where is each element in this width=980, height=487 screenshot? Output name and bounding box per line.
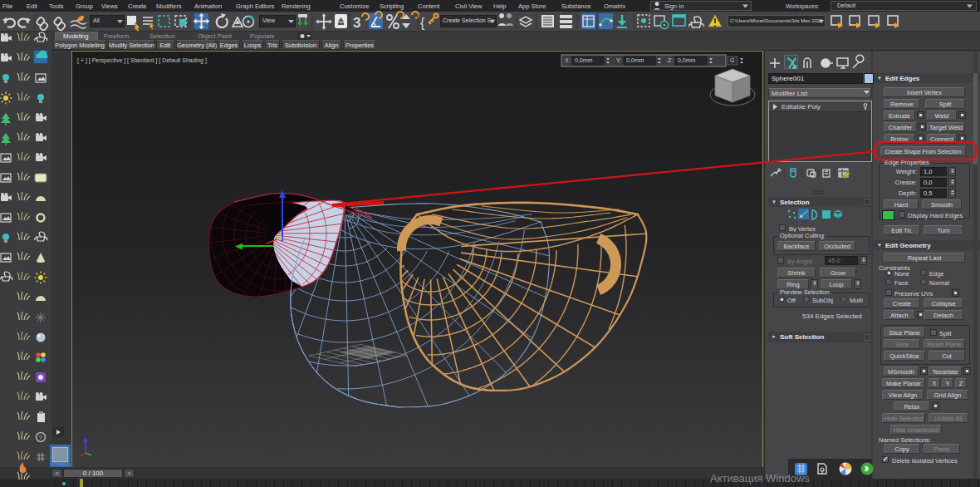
svg-text:X:: X: — [565, 57, 571, 63]
svg-text:Y:: Y: — [616, 57, 621, 63]
svg-text:G: G — [730, 57, 734, 63]
svg-text:[ + ] [ Perspective ] [ Standa: [ + ] [ Perspective ] [ Standard ] [ Def… — [77, 57, 207, 64]
svg-text:0,0mm: 0,0mm — [575, 57, 593, 63]
svg-text:Z:: Z: — [668, 57, 673, 63]
svg-text:0,0mm: 0,0mm — [626, 57, 644, 63]
svg-text:0,0mm: 0,0mm — [678, 57, 696, 63]
